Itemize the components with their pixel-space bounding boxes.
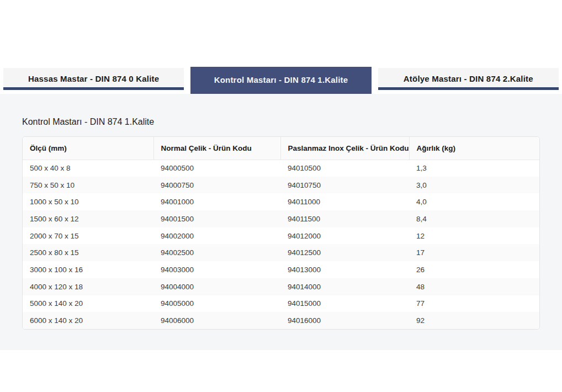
table-cell: 4,0: [409, 193, 540, 210]
table-cell: 94015000: [280, 295, 409, 312]
table-row: 5000 x 140 x 20940050009401500077: [23, 295, 540, 312]
table-cell: 94002500: [153, 244, 280, 261]
table-cell: 94012500: [280, 244, 409, 261]
tab-atolye-mastari-din-874-2-kalite[interactable]: Atölye Mastarı - DIN 874 2.Kalite: [378, 68, 559, 90]
table-cell: 94001000: [153, 193, 280, 210]
table-cell: 17: [409, 244, 540, 261]
column-header-paslanmaz-inox: Paslanmaz Inox Çelik - Ürün Kodu: [280, 137, 409, 160]
table-cell: 94016000: [280, 312, 409, 329]
table-row: 6000 x 140 x 20940060009401600092: [23, 312, 540, 329]
table-cell: 94000500: [153, 160, 280, 177]
table-cell: 94012000: [280, 227, 409, 245]
table-row: 750 x 50 x 1094000750940107503,0: [23, 177, 540, 194]
table-cell: 750 x 50 x 10: [23, 177, 153, 194]
table-cell: 500 x 40 x 8: [23, 160, 153, 177]
table-body: 500 x 40 x 894000500940105001,3750 x 50 …: [23, 160, 540, 329]
table-row: 1000 x 50 x 1094001000940110004,0: [23, 193, 540, 210]
table-cell: 94010750: [280, 177, 409, 194]
table-cell: 3000 x 100 x 16: [23, 261, 153, 278]
table-row: 3000 x 100 x 16940030009401300026: [23, 261, 540, 278]
table-cell: 94006000: [153, 312, 280, 329]
table-row: 1500 x 60 x 1294001500940115008,4: [23, 210, 540, 227]
table-cell: 94005000: [153, 295, 280, 312]
table-header-row: Ölçü (mm) Normal Çelik - Ürün Kodu Pasla…: [23, 137, 540, 160]
product-table: Ölçü (mm) Normal Çelik - Ürün Kodu Pasla…: [22, 136, 540, 330]
table-cell: 94000750: [153, 177, 280, 194]
table-cell: 94011000: [280, 193, 409, 210]
table-cell: 94004000: [153, 278, 280, 295]
tab-content-panel: Kontrol Mastarı - DIN 874 1.Kalite Ölçü …: [0, 94, 562, 350]
table-cell: 94011500: [280, 210, 409, 227]
section-title: Kontrol Mastarı - DIN 874 1.Kalite: [22, 117, 540, 127]
table-cell: 6000 x 140 x 20: [23, 312, 153, 329]
tab-hassas-mastar-din-874-0-kalite[interactable]: Hassas Mastar - DIN 874 0 Kalite: [3, 68, 184, 90]
table-cell: 12: [409, 227, 540, 245]
table-cell: 5000 x 140 x 20: [23, 295, 153, 312]
table-cell: 1000 x 50 x 10: [23, 193, 153, 210]
table-cell: 92: [409, 312, 540, 329]
table-cell: 94001500: [153, 210, 280, 227]
table-cell: 2500 x 80 x 15: [23, 244, 153, 261]
table-cell: 94003000: [153, 261, 280, 278]
table-row: 2000 x 70 x 15940020009401200012: [23, 227, 540, 245]
column-header-normal-celik: Normal Çelik - Ürün Kodu: [153, 137, 280, 160]
table-cell: 77: [409, 295, 540, 312]
table-cell: 1500 x 60 x 12: [23, 210, 153, 227]
table-cell: 94014000: [280, 278, 409, 295]
column-header-agirlik: Ağırlık (kg): [409, 137, 540, 160]
table-cell: 3,0: [409, 177, 540, 194]
table-cell: 2000 x 70 x 15: [23, 227, 153, 245]
table-cell: 1,3: [409, 160, 540, 177]
table-cell: 4000 x 120 x 18: [23, 278, 153, 295]
table-cell: 48: [409, 278, 540, 295]
table-row: 4000 x 120 x 18940040009401400048: [23, 278, 540, 295]
table-cell: 26: [409, 261, 540, 278]
table-cell: 94002000: [153, 227, 280, 245]
table-cell: 94010500: [280, 160, 409, 177]
column-header-olcu: Ölçü (mm): [23, 137, 153, 160]
tab-kontrol-mastari-din-874-1-kalite[interactable]: Kontrol Mastarı - DIN 874 1.Kalite: [190, 67, 371, 94]
table-row: 2500 x 80 x 15940025009401250017: [23, 244, 540, 261]
quality-tabs: Hassas Mastar - DIN 874 0 Kalite Kontrol…: [0, 68, 562, 94]
table-cell: 8,4: [409, 210, 540, 227]
table-cell: 94013000: [280, 261, 409, 278]
table-row: 500 x 40 x 894000500940105001,3: [23, 160, 540, 177]
